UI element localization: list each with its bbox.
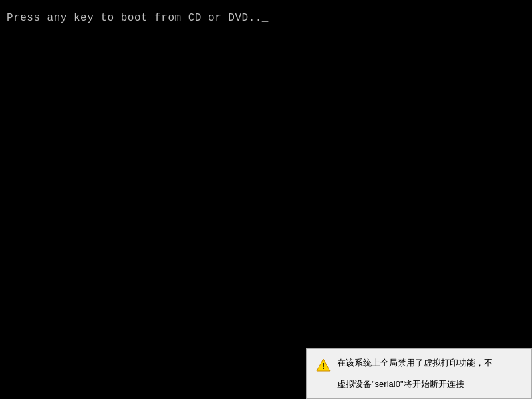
- warning-icon: !: [316, 358, 331, 372]
- boot-message: Press any key to boot from CD or DVD.._: [7, 12, 269, 24]
- notification-popup: ! 在该系统上全局禁用了虚拟打印功能，不 虚拟设备"serial0"将开始断开连…: [306, 348, 532, 399]
- warning-icon-container: !: [316, 358, 331, 376]
- cursor: _: [262, 12, 269, 24]
- notification-line2: 虚拟设备"serial0"将开始断开连接: [316, 378, 522, 390]
- notification-line1: 在该系统上全局禁用了虚拟打印功能，不: [337, 357, 493, 369]
- svg-text:!: !: [322, 362, 325, 371]
- notification-row1: ! 在该系统上全局禁用了虚拟打印功能，不: [316, 357, 522, 376]
- boot-screen: Press any key to boot from CD or DVD.._ …: [0, 0, 532, 399]
- boot-text: Press any key to boot from CD or DVD..: [7, 12, 262, 24]
